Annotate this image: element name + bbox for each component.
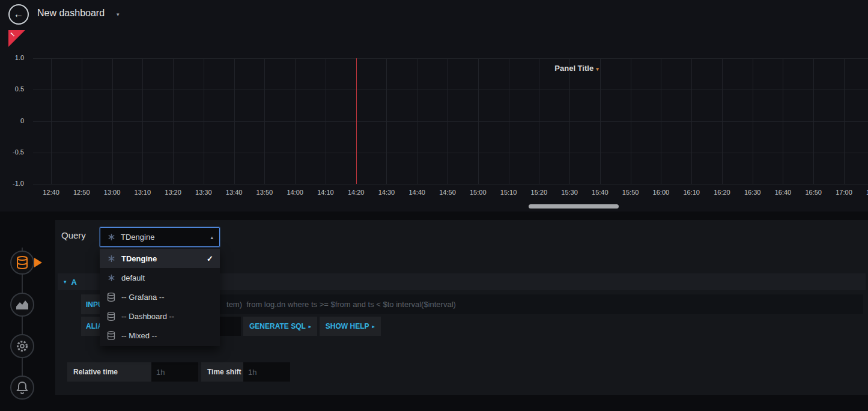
tab-datasource[interactable] bbox=[10, 251, 34, 275]
x-axis-tick-label: 16:20 bbox=[709, 189, 735, 196]
x-axis-tick-label: 15:30 bbox=[556, 189, 583, 196]
x-axis-tick-label: 15:40 bbox=[587, 189, 613, 196]
x-axis-tick-label: 14:00 bbox=[282, 189, 308, 196]
x-axis-tick-label: 16:10 bbox=[678, 189, 705, 196]
x-axis-tick-label: 16:50 bbox=[800, 189, 827, 196]
tab-visualization[interactable] bbox=[10, 293, 34, 317]
dropdown-item-label: default bbox=[121, 273, 145, 282]
x-axis-tick-label: 14:10 bbox=[312, 189, 339, 196]
y-grid-line bbox=[33, 184, 868, 184]
x-axis-tick-label: 14:50 bbox=[434, 189, 461, 196]
check-icon: ✓ bbox=[207, 254, 213, 263]
database-icon bbox=[106, 331, 116, 340]
show-help-label: SHOW HELP bbox=[326, 322, 369, 330]
query-row-letter: A bbox=[71, 278, 77, 287]
generate-sql-label: GENERATE SQL bbox=[249, 322, 306, 330]
x-axis-tick-label: 12:50 bbox=[68, 189, 95, 196]
x-axis-tick-label: 13:50 bbox=[251, 189, 278, 196]
panel-title[interactable]: Panel Title▾ bbox=[529, 64, 625, 73]
x-axis-tick-label: 15:00 bbox=[465, 189, 491, 196]
active-tab-pointer-icon bbox=[34, 258, 42, 267]
query-pane: Query TDengine ▴ TDengine✓default-- Graf… bbox=[55, 220, 868, 395]
dropdown-item-mixed[interactable]: -- Mixed -- bbox=[100, 326, 220, 345]
datasource-select-value: TDengine bbox=[121, 233, 154, 242]
datasource-select[interactable]: TDengine ▴ bbox=[100, 227, 220, 247]
database-icon bbox=[106, 293, 116, 302]
time-options-row: Relative time Time shift bbox=[67, 362, 290, 382]
submenu-caret-icon: ▸ bbox=[309, 324, 311, 329]
caret-down-icon[interactable]: ▾ bbox=[117, 11, 120, 17]
dropdown-item-dashboard[interactable]: -- Dashboard -- bbox=[100, 306, 220, 326]
dropdown-item-grafana[interactable]: -- Grafana -- bbox=[100, 287, 220, 306]
x-axis-tick-label: 13:40 bbox=[221, 189, 247, 196]
y-axis-tick-label: 0 bbox=[0, 117, 24, 124]
y-grid-line bbox=[33, 153, 868, 153]
x-axis-tick-label: 15:10 bbox=[496, 189, 522, 196]
y-grid-line bbox=[33, 121, 868, 122]
tab-alert[interactable] bbox=[10, 376, 34, 400]
x-axis-tick-label: 17:00 bbox=[831, 189, 857, 196]
plot-area: 12:4012:5013:0013:1013:2013:3013:4013:50… bbox=[0, 29, 868, 212]
query-section-label: Query bbox=[61, 230, 86, 240]
dropdown-item-label: -- Dashboard -- bbox=[121, 312, 174, 321]
relative-time-field[interactable] bbox=[151, 362, 198, 382]
x-axis-tick-label: 13:00 bbox=[99, 189, 126, 196]
y-axis-tick-label: 1.0 bbox=[0, 54, 24, 61]
dropdown-item-label: -- Grafana -- bbox=[121, 293, 165, 302]
dropdown-item-tdengine[interactable]: TDengine✓ bbox=[100, 249, 220, 268]
datasource-dropdown-menu: TDengine✓default-- Grafana ---- Dashboar… bbox=[100, 248, 220, 346]
topbar: ← New dashboard ▾ bbox=[0, 0, 868, 29]
tdengine-icon bbox=[106, 233, 116, 241]
y-axis-tick-label: -1.0 bbox=[0, 180, 24, 187]
generate-sql-button[interactable]: GENERATE SQL ▸ bbox=[243, 317, 317, 336]
caret-up-icon: ▴ bbox=[210, 234, 213, 240]
x-axis-tick-label: 17:10 bbox=[861, 189, 868, 196]
dropdown-item-label: -- Mixed -- bbox=[121, 331, 157, 340]
horizontal-scrollbar-thumb[interactable] bbox=[529, 204, 619, 209]
x-axis-tick-label: 13:20 bbox=[160, 189, 186, 196]
y-grid-line bbox=[33, 58, 868, 59]
database-icon bbox=[106, 312, 116, 321]
tdengine-icon bbox=[106, 255, 116, 263]
x-axis-tick-label: 13:30 bbox=[190, 189, 217, 196]
dropdown-item-label: TDengine bbox=[121, 254, 157, 263]
x-axis-tick-label: 16:30 bbox=[739, 189, 766, 196]
dropdown-item-default[interactable]: default bbox=[100, 268, 220, 287]
y-grid-line bbox=[33, 90, 868, 90]
back-button[interactable]: ← bbox=[8, 4, 29, 25]
x-axis-tick-label: 13:10 bbox=[129, 189, 156, 196]
x-axis-tick-label: 14:30 bbox=[373, 189, 399, 196]
database-icon bbox=[16, 256, 28, 269]
submenu-caret-icon: ▸ bbox=[372, 324, 375, 329]
x-axis-tick-label: 12:40 bbox=[38, 189, 64, 196]
graph-icon bbox=[16, 299, 29, 310]
caret-down-icon: ▾ bbox=[64, 279, 67, 285]
tdengine-icon bbox=[106, 274, 116, 282]
x-axis-tick-label: 14:40 bbox=[404, 189, 430, 196]
x-axis-tick-label: 14:20 bbox=[343, 189, 369, 196]
x-axis-tick-label: 15:50 bbox=[618, 189, 644, 196]
time-shift-label: Time shift bbox=[201, 362, 243, 382]
grafana-dashboard-edit-screen: { "icons": { "arrow_left": "←", "caret_d… bbox=[0, 0, 868, 411]
y-axis-tick-label: 0.5 bbox=[0, 85, 24, 93]
dashboard-title[interactable]: New dashboard bbox=[37, 8, 105, 19]
input-sql-field[interactable] bbox=[129, 294, 863, 314]
show-help-button[interactable]: SHOW HELP ▸ bbox=[320, 317, 381, 336]
panel-title-text: Panel Title bbox=[554, 64, 593, 73]
x-axis-tick-label: 16:00 bbox=[648, 189, 674, 196]
time-annotation-line bbox=[356, 58, 357, 184]
y-axis-tick-label: -0.5 bbox=[0, 148, 24, 156]
caret-down-icon: ▾ bbox=[596, 66, 599, 72]
x-axis-tick-label: 15:20 bbox=[526, 189, 552, 196]
time-shift-field[interactable] bbox=[243, 362, 290, 382]
tab-general[interactable] bbox=[10, 334, 34, 358]
bell-icon bbox=[16, 381, 28, 394]
relative-time-label: Relative time bbox=[67, 362, 151, 382]
graph-panel: 12:4012:5013:0013:1013:2013:3013:4013:50… bbox=[0, 29, 868, 212]
x-axis-tick-label: 16:40 bbox=[769, 189, 796, 196]
gear-icon bbox=[16, 339, 29, 353]
arrow-left-icon: ← bbox=[14, 8, 24, 20]
